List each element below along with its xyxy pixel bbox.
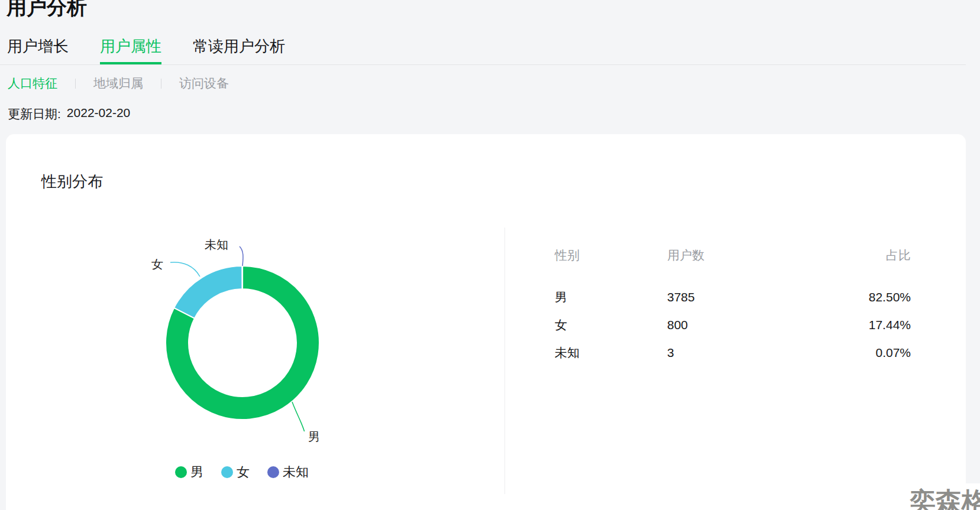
legend-dot-female	[221, 466, 233, 478]
watermark-text: 奕森格	[910, 485, 980, 510]
sub-nav: 人口特征 地域归属 访问设备	[8, 75, 229, 92]
tab-bar: 用户增长 用户属性 常读用户分析	[0, 0, 966, 65]
legend-label-female: 女	[237, 463, 250, 481]
cell-users: 3	[667, 346, 875, 360]
donut-segment-1[interactable]	[174, 266, 242, 319]
card-title: 性别分布	[41, 171, 103, 192]
leader-line-male	[292, 402, 305, 431]
legend-dot-unknown	[267, 466, 279, 478]
tab-frequent-reader-analysis[interactable]: 常读用户分析	[193, 36, 285, 64]
cell-users: 3785	[667, 290, 869, 304]
donut-segment-2[interactable]	[242, 266, 243, 289]
col-header-gender: 性别	[555, 247, 667, 264]
tab-user-attributes[interactable]: 用户属性	[100, 36, 161, 64]
table-row: 未知 3 0.07%	[555, 345, 911, 359]
legend-label-male: 男	[190, 463, 203, 481]
table-header-row: 性别 用户数 占比	[555, 247, 911, 261]
gender-donut-chart	[106, 225, 379, 431]
legend-dot-male	[175, 466, 187, 478]
legend-item-unknown[interactable]: 未知	[267, 463, 309, 481]
update-date-row: 更新日期: 2022-02-20	[8, 106, 130, 122]
tab-user-growth[interactable]: 用户增长	[7, 36, 69, 64]
panel-divider	[504, 228, 505, 494]
update-date-label: 更新日期:	[8, 106, 61, 122]
pie-label-male: 男	[308, 429, 320, 445]
table-row: 女 800 17.44%	[555, 317, 911, 331]
col-header-ratio: 占比	[886, 247, 911, 264]
cell-ratio: 17.44%	[869, 318, 911, 332]
cell-ratio: 82.50%	[869, 290, 911, 304]
watermark: 奕森格	[891, 483, 980, 510]
gender-table: 性别 用户数 占比 男 3785 82.50% 女 800 17.44% 未知 …	[555, 247, 911, 372]
pie-label-unknown: 未知	[205, 237, 228, 253]
cell-ratio: 0.07%	[875, 346, 911, 360]
leader-line-female	[170, 262, 200, 277]
leader-line-unknown	[240, 246, 243, 266]
cell-gender: 男	[555, 289, 667, 306]
subnav-divider	[75, 79, 76, 89]
update-date-value: 2022-02-20	[67, 106, 130, 122]
legend-item-male[interactable]: 男	[175, 463, 203, 481]
cell-gender: 女	[555, 317, 667, 333]
pie-label-female: 女	[151, 256, 163, 272]
subnav-device[interactable]: 访问设备	[179, 75, 229, 92]
col-header-users: 用户数	[667, 247, 886, 264]
cell-users: 800	[667, 318, 869, 332]
legend-label-unknown: 未知	[283, 463, 309, 481]
legend-item-female[interactable]: 女	[221, 463, 250, 481]
chart-legend: 男 女 未知	[175, 463, 309, 481]
table-row: 男 3785 82.50%	[555, 289, 911, 303]
donut-segments	[166, 266, 319, 420]
subnav-divider	[161, 79, 161, 89]
subnav-region[interactable]: 地域归属	[93, 75, 143, 92]
cell-gender: 未知	[555, 345, 667, 361]
subnav-demographics[interactable]: 人口特征	[8, 75, 57, 92]
